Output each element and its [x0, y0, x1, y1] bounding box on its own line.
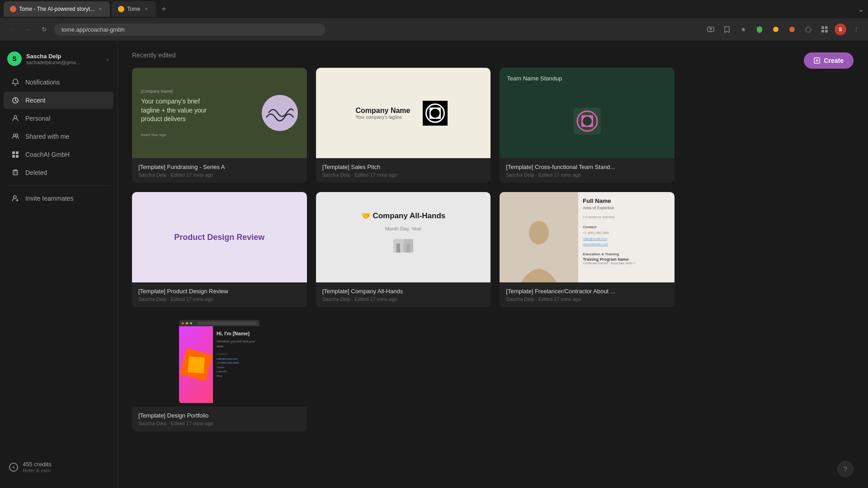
sidebar-notifications-label: Notifications: [25, 79, 60, 86]
card-4-info: [Template] Product Design Review Sascha …: [132, 282, 307, 307]
tab-list-button[interactable]: ⌄: [858, 4, 864, 14]
people-icon: [11, 132, 20, 141]
clock-icon: [11, 96, 20, 105]
tab-bar: Tome - The AI-powered storyt... ✕ Tome ✕…: [0, 0, 868, 18]
card-1-meta: Sascha Delp · Edited 17 mins ago: [138, 172, 301, 178]
sidebar-item-shared[interactable]: Shared with me: [4, 128, 113, 145]
card-4-thumbnail: Product Design Review: [132, 192, 307, 282]
svg-rect-7: [821, 30, 824, 33]
credits-section[interactable]: + 455 credits Refer & earn: [4, 457, 113, 477]
bookmark-icon[interactable]: [721, 23, 733, 36]
sidebar: S Sascha Delp sachadelpkurse@gma... ⌄ No…: [0, 41, 118, 488]
svg-rect-13: [12, 151, 15, 154]
shield-icon: [753, 23, 766, 36]
svg-point-3: [773, 27, 778, 32]
sidebar-item-invite[interactable]: Invite teammates: [4, 190, 113, 207]
browser-chrome: Tome - The AI-powered storyt... ✕ Tome ✕…: [0, 0, 868, 41]
star-icon[interactable]: ★: [737, 23, 750, 36]
add-person-icon: [11, 194, 20, 203]
sidebar-shared-label: Shared with me: [25, 133, 69, 140]
trash-icon: [11, 168, 20, 177]
card-5-title: [Template] Company All-Hands: [322, 288, 485, 295]
sidebar-recent-label: Recent: [25, 97, 45, 104]
svg-rect-8: [825, 30, 828, 33]
profile-button[interactable]: S: [835, 23, 846, 35]
tab-1-title: Tome - The AI-powered storyt...: [19, 6, 94, 12]
bell-icon: [11, 78, 20, 87]
new-tab-button[interactable]: +: [158, 3, 170, 15]
menu-icon[interactable]: ⋮: [850, 23, 863, 36]
nav-icons-right: ★ S ⋮: [704, 23, 863, 36]
user-name: Sascha Delp: [26, 53, 101, 60]
svg-point-39: [529, 221, 549, 244]
extensions-icon[interactable]: [802, 23, 815, 36]
card-3-standup-title: Team Name Standup: [507, 75, 667, 82]
extension-1-icon[interactable]: [769, 23, 782, 36]
section-header: Recently edited: [132, 52, 854, 59]
refresh-button[interactable]: ↻: [38, 23, 51, 36]
wave-icon: [262, 95, 298, 131]
card-portfolio[interactable]: Hi, I'm [Name] Introduce yourself and yo…: [132, 316, 307, 432]
svg-rect-38: [406, 244, 410, 253]
allhands-graphic: [390, 237, 417, 264]
svg-point-4: [789, 27, 795, 32]
address-bar[interactable]: tome.app/coachai-gmbh: [54, 23, 326, 36]
card-2-tagline: Your company's tagline: [356, 115, 410, 120]
card-allhands[interactable]: 🤝 Company All-Hands Month Day, Year [Tem…: [316, 192, 491, 307]
tab-1[interactable]: Tome - The AI-powered storyt... ✕: [4, 1, 110, 17]
card-5-thumbnail: 🤝 Company All-Hands Month Day, Year: [316, 192, 491, 282]
svg-point-30: [430, 108, 439, 117]
card-freelancer[interactable]: Full Name Area of Expertise 2-3 sentence…: [500, 192, 675, 307]
sidebar-item-recent[interactable]: Recent: [4, 92, 113, 109]
extension-2-icon[interactable]: [786, 23, 798, 36]
card-7-portfolio-text: Hi, I'm [Name]: [217, 331, 256, 336]
card-1-text-content: [Company Name] Your company's brief tagl…: [141, 89, 262, 137]
user-avatar: S: [7, 52, 22, 66]
back-button[interactable]: ←: [5, 23, 18, 36]
app-layout: S Sascha Delp sachadelpkurse@gma... ⌄ No…: [0, 41, 868, 488]
card-2-company-name: Company Name: [356, 107, 410, 115]
chevron-down-icon: ⌄: [105, 56, 110, 62]
user-section[interactable]: S Sascha Delp sachadelpkurse@gma... ⌄: [0, 48, 117, 73]
card-6-fullname: Full Name: [583, 197, 670, 204]
card-2-meta: Sascha Delp · Edited 17 mins ago: [322, 172, 485, 178]
sidebar-bottom: + 455 credits Refer & earn: [0, 453, 117, 481]
tab-2[interactable]: Tome ✕: [112, 1, 156, 17]
card-product[interactable]: Product Design Review [Template] Product…: [132, 192, 307, 307]
sidebar-item-personal[interactable]: Personal: [4, 110, 113, 127]
card-6-title: [Template] Freelancer/Contractor About .…: [506, 288, 668, 295]
card-sales[interactable]: Company Name Your company's tagline [Tem…: [316, 68, 491, 183]
sidebar-item-deleted[interactable]: Deleted: [4, 164, 113, 181]
help-button[interactable]: ?: [837, 461, 854, 477]
card-4-meta: Sascha Delp · Edited 17 mins ago: [138, 296, 301, 302]
card-6-meta: Sascha Delp · Edited 17 mins ago: [506, 296, 668, 302]
svg-point-11: [14, 134, 16, 136]
card-standup[interactable]: Team Name Standup [Template] Cross-funct…: [500, 68, 675, 183]
screen-share-icon[interactable]: [704, 23, 717, 36]
sidebar-deleted-label: Deleted: [25, 169, 47, 176]
tab-2-close[interactable]: ✕: [143, 6, 150, 12]
grid-icon[interactable]: [818, 23, 831, 36]
card-2-company-text: Company Name Your company's tagline: [356, 107, 410, 120]
credits-sub: Refer & earn: [23, 468, 52, 473]
card-7-thumbnail: Hi, I'm [Name] Introduce yourself and yo…: [132, 316, 307, 407]
svg-rect-6: [825, 26, 828, 29]
card-2-title: [Template] Sales Pitch: [322, 164, 485, 170]
help-icon: ?: [844, 465, 847, 473]
sidebar-item-notifications[interactable]: Notifications: [4, 74, 113, 91]
user-email: sachadelpkurse@gma...: [26, 60, 101, 65]
card-2-info: [Template] Sales Pitch Sascha Delp · Edi…: [316, 158, 491, 183]
sales-logo-icon: [419, 97, 451, 129]
card-1-company-label: [Company Name]: [141, 89, 262, 94]
sidebar-personal-label: Personal: [25, 115, 50, 122]
sidebar-item-coachai[interactable]: CoachAI GmbH: [4, 146, 113, 163]
credits-amount: 455 credits: [23, 461, 52, 468]
section-title: Recently edited: [132, 52, 176, 59]
create-button[interactable]: Create: [804, 52, 854, 69]
tab-1-close[interactable]: ✕: [97, 6, 104, 12]
svg-rect-37: [396, 244, 400, 253]
card-fundraising[interactable]: [Company Name] Your company's brief tagl…: [132, 68, 307, 183]
svg-point-20: [14, 196, 16, 198]
forward-button[interactable]: →: [22, 23, 34, 36]
card-6-photo: [500, 192, 578, 282]
